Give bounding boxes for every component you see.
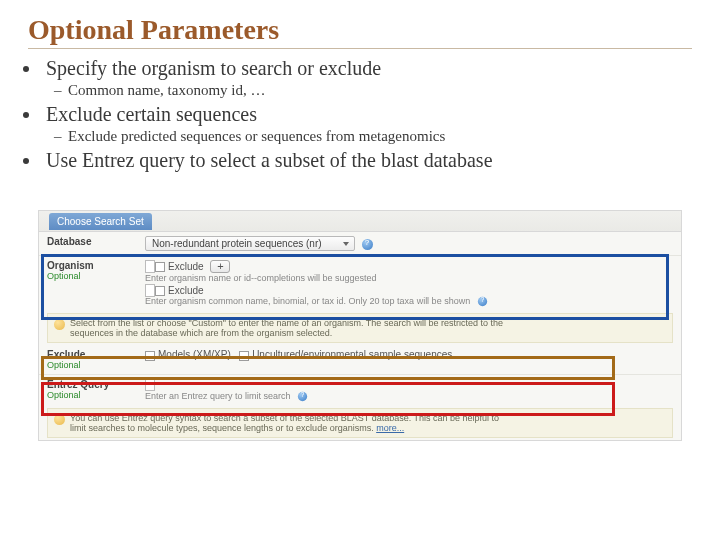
label-entrez: Entrez Query xyxy=(47,379,109,390)
label-organism-optional: Optional xyxy=(47,271,137,281)
models-label: Models (XM/XP) xyxy=(158,349,231,360)
organism-hint-1: Enter organism name or id--completions w… xyxy=(145,273,673,283)
exclude-label-1: Exclude xyxy=(168,261,204,272)
uncultured-label: Uncultured/environmental sample sequence… xyxy=(252,349,452,360)
row-database: Database Non-redundant protein sequences… xyxy=(39,232,681,255)
bullet-2: Exclude certain sequences xyxy=(42,103,692,126)
bullet-1: Specify the organism to search or exclud… xyxy=(42,57,692,80)
exclude-checkbox-1[interactable] xyxy=(155,262,165,272)
entrez-info-line2: limit searches to molecule types, sequen… xyxy=(70,423,374,433)
row-organism: Organism Optional Exclude + Enter organi… xyxy=(39,255,681,311)
label-exclude: Exclude xyxy=(47,349,85,360)
help-icon[interactable] xyxy=(362,239,373,250)
more-link[interactable]: more... xyxy=(376,423,404,433)
entrez-hint: Enter an Entrez query to limit search xyxy=(145,391,291,401)
label-organism: Organism xyxy=(47,260,94,271)
panel-tabbar: Choose Search Set xyxy=(39,210,681,232)
organism-hint-2: Enter organism common name, binomial, or… xyxy=(145,296,470,306)
bullet-1-sub: Common name, taxonomy id, … xyxy=(54,82,692,99)
organism-info-line1: Select from the list or choose "Custom" … xyxy=(70,318,666,328)
label-database: Database xyxy=(47,236,137,247)
search-set-panel: Choose Search Set Database Non-redundant… xyxy=(38,210,682,441)
exclude-checkbox-2[interactable] xyxy=(155,286,165,296)
organism-info: Select from the list or choose "Custom" … xyxy=(47,313,673,343)
entrez-input[interactable] xyxy=(145,378,155,391)
entrez-info-line1: You can use Entrez query syntax to searc… xyxy=(70,413,499,423)
bullet-list: Specify the organism to search or exclud… xyxy=(42,57,692,80)
entrez-info: You can use Entrez query syntax to searc… xyxy=(47,408,673,438)
label-exclude-optional: Optional xyxy=(47,360,137,370)
models-checkbox[interactable] xyxy=(145,351,155,361)
organism-info-line2: sequences in the database which are from… xyxy=(70,328,666,338)
organism-input-1[interactable] xyxy=(145,260,155,273)
title-rule xyxy=(28,48,692,49)
organism-input-2[interactable] xyxy=(145,284,155,297)
help-icon[interactable] xyxy=(298,392,307,401)
help-icon[interactable] xyxy=(477,297,486,306)
bullet-2-sub: Exclude predicted sequences or sequences… xyxy=(54,128,692,145)
row-exclude: Exclude Optional Models (XM/XP) Uncultur… xyxy=(39,345,681,374)
tab-choose-search-set[interactable]: Choose Search Set xyxy=(49,213,152,230)
row-entrez: Entrez Query Optional Enter an Entrez qu… xyxy=(39,374,681,406)
exclude-label-2: Exclude xyxy=(168,285,204,296)
label-entrez-optional: Optional xyxy=(47,390,137,400)
database-dropdown[interactable]: Non-redundant protein sequences (nr) xyxy=(145,236,355,251)
slide-title: Optional Parameters xyxy=(28,14,692,46)
bullet-3: Use Entrez query to select a subset of t… xyxy=(42,149,692,172)
uncultured-checkbox[interactable] xyxy=(239,351,249,361)
add-organism-button[interactable]: + xyxy=(210,260,230,273)
